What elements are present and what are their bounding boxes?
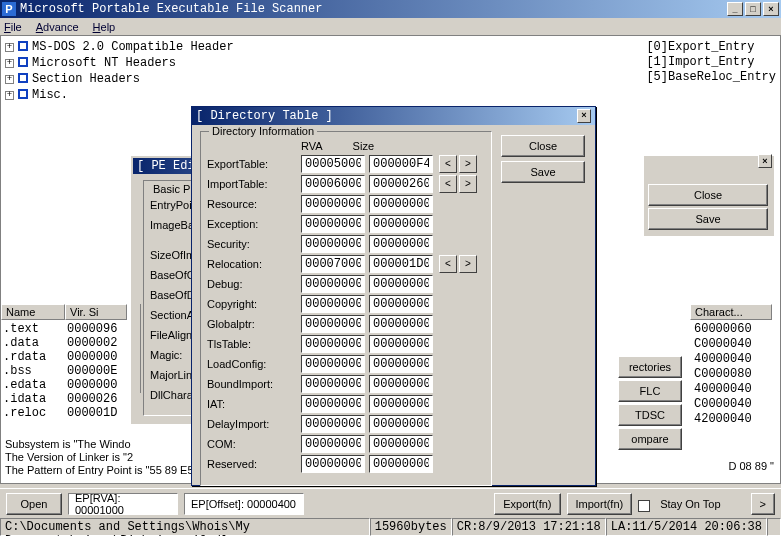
rva-input[interactable] <box>301 355 365 373</box>
size-input[interactable] <box>369 315 433 333</box>
rva-input[interactable] <box>301 175 365 193</box>
dir-label: Globalptr: <box>207 318 301 330</box>
pe-close-button[interactable]: Close <box>648 184 768 206</box>
close-icon[interactable]: × <box>758 154 772 168</box>
size-input[interactable] <box>369 435 433 453</box>
size-input[interactable] <box>369 155 433 173</box>
table-row[interactable]: .idata0000026 <box>3 392 138 406</box>
rva-input[interactable] <box>301 275 365 293</box>
size-input[interactable] <box>369 355 433 373</box>
expand-icon[interactable]: + <box>5 75 14 84</box>
maximize-button[interactable]: □ <box>745 2 761 16</box>
dir-row: DelayImport: <box>207 414 485 434</box>
size-input[interactable] <box>369 175 433 193</box>
col-virsize[interactable]: Vir. Si <box>65 304 127 320</box>
dir-label: LoadConfig: <box>207 358 301 370</box>
nav-prev-button[interactable]: < <box>439 155 457 173</box>
size-input[interactable] <box>369 335 433 353</box>
directories-button[interactable]: rectories <box>618 356 682 378</box>
col-charact[interactable]: Charact... <box>690 304 772 320</box>
close-button[interactable]: × <box>763 2 779 16</box>
rva-input[interactable] <box>301 455 365 473</box>
expand-icon[interactable]: + <box>5 43 14 52</box>
list-item[interactable]: [0]Export_Entry <box>646 40 776 55</box>
rva-input[interactable] <box>301 435 365 453</box>
rva-input[interactable] <box>301 395 365 413</box>
cell-charact: 60000060 <box>694 322 772 337</box>
list-item[interactable]: [1]Import_Entry <box>646 55 776 70</box>
tdsc-button[interactable]: TDSC <box>618 404 682 426</box>
rva-input[interactable] <box>301 295 365 313</box>
size-input[interactable] <box>369 415 433 433</box>
expand-icon[interactable]: + <box>5 91 14 100</box>
nav-prev-button[interactable]: < <box>439 175 457 193</box>
table-row[interactable]: .rdata0000000 <box>3 350 138 364</box>
dir-row: Resource: <box>207 194 485 214</box>
next-button[interactable]: > <box>751 493 775 515</box>
app-title: Microsoft Portable Executable File Scann… <box>20 2 322 16</box>
cell-vir: 000001D <box>67 406 117 420</box>
tree-item[interactable]: MS-DOS 2.0 Compatible Header <box>32 40 234 54</box>
nav-next-button[interactable]: > <box>459 155 477 173</box>
dialog-save-button[interactable]: Save <box>501 161 585 183</box>
rva-input[interactable] <box>301 255 365 273</box>
open-button[interactable]: Open <box>6 493 62 515</box>
table-row[interactable]: .edata0000000 <box>3 378 138 392</box>
rva-input[interactable] <box>301 215 365 233</box>
size-input[interactable] <box>369 275 433 293</box>
nav-next-button[interactable]: > <box>459 175 477 193</box>
group-legend: Directory Information <box>209 125 317 137</box>
minimize-button[interactable]: _ <box>727 2 743 16</box>
cell-vir: 0000096 <box>67 322 117 336</box>
size-input[interactable] <box>369 215 433 233</box>
bottom-toolbar: Open EP[RVA]: 00001000 EP[Offset]: 00000… <box>0 488 781 518</box>
size-input[interactable] <box>369 255 433 273</box>
entry-list: [0]Export_Entry [1]Import_Entry [5]BaseR… <box>646 40 776 85</box>
menu-help[interactable]: Help <box>93 21 116 33</box>
workspace: +MS-DOS 2.0 Compatible Header +Microsoft… <box>0 36 781 484</box>
import-fn-button[interactable]: Import(fn) <box>567 493 633 515</box>
nav-prev-button[interactable]: < <box>439 255 457 273</box>
dir-label: IAT: <box>207 398 301 410</box>
col-name[interactable]: Name <box>1 304 65 320</box>
rva-input[interactable] <box>301 155 365 173</box>
size-input[interactable] <box>369 395 433 413</box>
rva-input[interactable] <box>301 415 365 433</box>
export-fn-button[interactable]: Export(fn) <box>494 493 560 515</box>
table-row[interactable]: .reloc000001D <box>3 406 138 420</box>
size-input[interactable] <box>369 375 433 393</box>
nav-next-button[interactable]: > <box>459 255 477 273</box>
dir-row: ExportTable:<> <box>207 154 485 174</box>
table-row[interactable]: .data0000002 <box>3 336 138 350</box>
menu-advance[interactable]: Advance <box>36 21 79 33</box>
rva-input[interactable] <box>301 375 365 393</box>
node-icon <box>18 41 28 51</box>
tree-item[interactable]: Section Headers <box>32 72 140 86</box>
flc-button[interactable]: FLC <box>618 380 682 402</box>
status-created: CR:8/9/2013 17:21:18 <box>452 518 606 536</box>
rva-input[interactable] <box>301 315 365 333</box>
dialog-close-button[interactable]: Close <box>501 135 585 157</box>
table-row[interactable]: .bss000000E <box>3 364 138 378</box>
ep-offset-field: EP[Offset]: 00000400 <box>184 493 304 515</box>
rva-input[interactable] <box>301 195 365 213</box>
menu-file[interactable]: File <box>4 21 22 33</box>
rva-input[interactable] <box>301 235 365 253</box>
dir-label: Security: <box>207 238 301 250</box>
tree-item[interactable]: Misc. <box>32 88 68 102</box>
list-item[interactable]: [5]BaseReloc_Entry <box>646 70 776 85</box>
dialog-close-icon[interactable]: × <box>577 109 591 123</box>
stay-on-top-checkbox[interactable] <box>638 500 650 512</box>
size-input[interactable] <box>369 455 433 473</box>
size-input[interactable] <box>369 295 433 313</box>
tree-item[interactable]: Microsoft NT Headers <box>32 56 176 70</box>
size-input[interactable] <box>369 235 433 253</box>
expand-icon[interactable]: + <box>5 59 14 68</box>
dir-label: Reserved: <box>207 458 301 470</box>
table-row[interactable]: .text0000096 <box>3 322 138 336</box>
dir-row: Exception: <box>207 214 485 234</box>
rva-input[interactable] <box>301 335 365 353</box>
pe-save-button[interactable]: Save <box>648 208 768 230</box>
dir-row: COM: <box>207 434 485 454</box>
size-input[interactable] <box>369 195 433 213</box>
